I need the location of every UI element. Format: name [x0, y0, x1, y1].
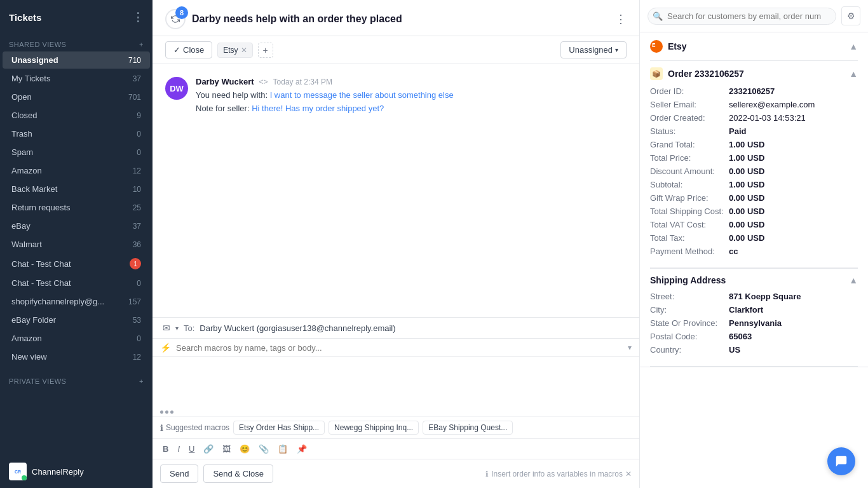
shipping-section: Shipping Address ▲ Street: 871 Koepp Squ… — [650, 268, 858, 367]
email-icon: ✉ — [163, 323, 170, 333]
field-payment-method: Payment Method: cc — [650, 247, 858, 256]
right-panel: 🔍 ⚙ E Etsy ▲ 📦 Order 2332106257 ▲ — [639, 0, 868, 488]
field-postal: Postal Code: 65063 — [650, 332, 858, 341]
macro-search-row: ⚡ ▾ — [153, 339, 639, 357]
underline-button[interactable]: U — [186, 443, 197, 455]
sidebar-item-open[interactable]: Open 701 — [3, 88, 150, 105]
settings-button[interactable]: ⚙ — [841, 6, 860, 25]
sidebar-item-amazon[interactable]: Amazon 12 — [3, 162, 150, 179]
sidebar-item-shopify[interactable]: shopifychannelreply@g... 157 — [3, 293, 150, 310]
field-country: Country: US — [650, 345, 858, 355]
private-views-label: PRIVATE VIEWS + — [0, 371, 153, 388]
chat-bubble-button[interactable] — [827, 447, 855, 475]
avatar: DW — [165, 77, 188, 100]
note-prefix: Note for seller: — [196, 104, 250, 113]
add-private-view-icon[interactable]: + — [139, 377, 144, 385]
shared-views-label: SHARED VIEWS + — [0, 34, 153, 51]
etsy-section-header[interactable]: E Etsy ▲ — [640, 32, 868, 60]
sidebar-item-ebay[interactable]: eBay 37 — [3, 217, 150, 234]
field-street: Street: 871 Koepp Square — [650, 292, 858, 301]
add-tag-button[interactable]: + — [258, 43, 273, 58]
sidebar-item-new-view[interactable]: New view 12 — [3, 348, 150, 365]
etsy-section: E Etsy ▲ 📦 Order 2332106257 ▲ Order ID: … — [640, 32, 868, 367]
ticket-more-icon[interactable]: ⋮ — [615, 12, 627, 26]
pin-button[interactable]: 📌 — [294, 443, 309, 455]
field-city: City: Clarkfort — [650, 305, 858, 315]
message-channel-icons: <> — [259, 78, 268, 86]
chat-bubble-icon — [834, 454, 848, 468]
shipping-section-header[interactable]: Shipping Address ▲ — [650, 269, 858, 292]
sidebar-item-my-tickets[interactable]: My Tickets 37 — [3, 70, 150, 87]
sidebar-item-trash[interactable]: Trash 0 — [3, 125, 150, 142]
macro-tag-2[interactable]: Newegg Shipping Inq... — [329, 421, 419, 435]
field-shipping-cost: Total Shipping Cost: 0.00 USD — [650, 207, 858, 216]
link-button[interactable]: 🔗 — [201, 443, 216, 455]
dot-2 — [165, 410, 168, 414]
field-order-id: Order ID: 2332106257 — [650, 86, 858, 96]
app-name: ChannelReply — [32, 467, 84, 477]
chevron-down-icon: ▾ — [628, 343, 632, 352]
text-editor[interactable] — [153, 357, 639, 408]
sidebar-more-icon[interactable]: ⋮ — [132, 10, 144, 24]
message-meta: Darby Wuckert <> Today at 2:34 PM — [196, 77, 627, 86]
sidebar-item-back-market[interactable]: Back Market 10 — [3, 180, 150, 198]
emoji-button[interactable]: 😊 — [237, 443, 252, 455]
sidebar-item-walmart[interactable]: Walmart 36 — [3, 236, 150, 253]
search-icon: 🔍 — [653, 11, 663, 21]
svg-text:E: E — [652, 43, 656, 48]
order-collapse-icon: ▲ — [849, 69, 858, 79]
customer-search-input[interactable] — [648, 8, 836, 25]
field-status: Status: Paid — [650, 126, 858, 136]
order-section-header[interactable]: 📦 Order 2332106257 ▲ — [650, 61, 858, 86]
close-button[interactable]: ✓ Close — [165, 41, 212, 58]
send-close-button[interactable]: Send & Close — [203, 464, 273, 483]
formatting-toolbar: B I U 🔗 🖼 😊 📎 📋 📌 — [153, 438, 639, 459]
message-body: You need help with: I want to message th… — [196, 89, 627, 116]
sidebar-item-chat-test-chat-1[interactable]: Chat - Test Chat 1 — [3, 254, 150, 273]
sidebar-item-spam[interactable]: Spam 0 — [3, 144, 150, 161]
channel-dropdown-icon[interactable]: ▾ — [175, 325, 179, 332]
ticket-toolbar: ✓ Close Etsy ✕ + Unassigned ▾ — [153, 36, 639, 64]
field-order-created: Order Created: 2022-01-03 14:53:21 — [650, 113, 858, 123]
bold-button[interactable]: B — [160, 443, 171, 455]
macro-tag-1[interactable]: Etsy Order Has Shipp... — [233, 421, 325, 435]
sidebar-item-ebay-folder[interactable]: eBay Folder 53 — [3, 311, 150, 329]
messages-area: DW Darby Wuckert <> Today at 2:34 PM You… — [153, 64, 639, 317]
help-prefix: You need help with: — [196, 90, 268, 100]
field-gift-wrap: Gift Wrap Price: 0.00 USD — [650, 193, 858, 203]
etsy-icon: E — [650, 40, 663, 53]
sidebar-item-unassigned[interactable]: Unassigned 710 — [3, 51, 150, 69]
formatting-dots — [153, 408, 639, 416]
macro-search-input[interactable] — [176, 343, 623, 353]
lightning-icon: ⚡ — [160, 342, 171, 353]
attach-button[interactable]: 📎 — [256, 443, 271, 455]
sidebar-item-amazon-2[interactable]: Amazon 0 — [3, 330, 150, 347]
sidebar-item-chat-test-chat-2[interactable]: Chat - Test Chat 0 — [3, 274, 150, 292]
send-button[interactable]: Send — [160, 464, 198, 483]
ticket-header: 8 Darby needs help with an order they pl… — [153, 0, 639, 36]
macro-tag-3[interactable]: EBay Shipping Quest... — [423, 421, 513, 435]
italic-button[interactable]: I — [175, 443, 182, 455]
dot-3 — [170, 410, 173, 414]
search-wrap: 🔍 — [648, 8, 836, 25]
add-shared-view-icon[interactable]: + — [139, 41, 144, 48]
order-icon: 📦 — [650, 67, 663, 80]
reply-footer: Send Send & Close ℹ Insert order info as… — [153, 459, 639, 488]
info-icon: ℹ — [160, 423, 163, 433]
info-icon-2: ℹ — [485, 470, 489, 478]
ticket-counter-badge: 8 — [175, 6, 188, 19]
message-content: Darby Wuckert <> Today at 2:34 PM You ne… — [196, 77, 627, 116]
shipping-collapse-icon: ▲ — [849, 275, 858, 285]
image-button[interactable]: 🖼 — [220, 443, 233, 455]
assignee-button[interactable]: Unassigned ▾ — [560, 41, 627, 58]
insert-info: ℹ Insert order info as variables in macr… — [485, 470, 632, 478]
online-indicator — [22, 475, 27, 480]
sidebar-item-closed[interactable]: Closed 9 — [3, 107, 150, 124]
sidebar-item-return-requests[interactable]: Return requests 25 — [3, 199, 150, 216]
refresh-counter-wrap: 8 — [165, 9, 186, 29]
help-detail: I want to message the seller about somet… — [268, 90, 454, 100]
close-insert-info-icon[interactable]: ✕ — [625, 470, 632, 478]
remove-channel-tag-icon[interactable]: ✕ — [241, 46, 247, 55]
clip-button[interactable]: 📋 — [275, 443, 290, 455]
chevron-down-icon: ▾ — [615, 46, 618, 53]
